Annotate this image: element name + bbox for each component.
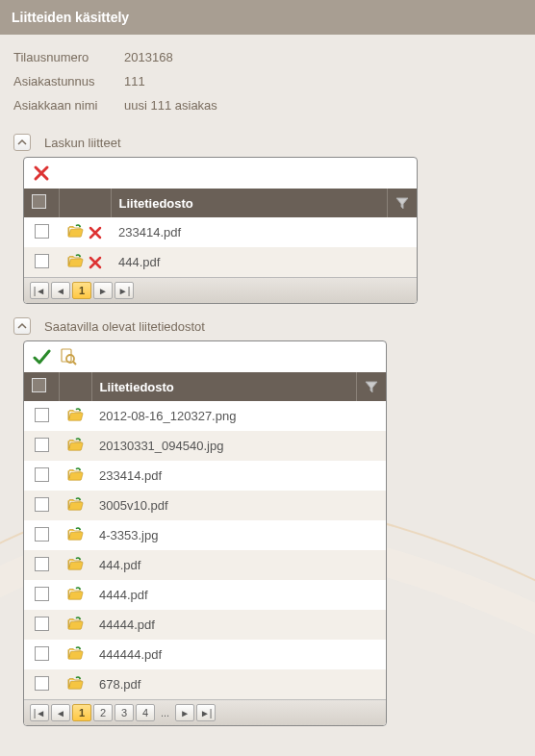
table-row: 4-3353.jpg [24,520,386,550]
pager-next-button[interactable]: ► [93,282,113,299]
folder-open-icon [66,407,84,422]
filter-icon[interactable] [365,380,378,393]
open-row-button[interactable] [66,223,84,241]
checkbox-row[interactable] [35,617,49,631]
checkbox-select-all[interactable] [32,378,46,392]
customer-name-label: Asiakkaan nimi [13,98,124,113]
open-row-button[interactable] [66,253,84,271]
table-row: 233414.pdf [24,461,386,491]
pager-last-button[interactable]: ►| [115,282,134,299]
chevron-up-icon [17,138,27,147]
checkbox-row[interactable] [35,646,49,661]
pager-first-button[interactable]: |◄ [30,704,49,721]
open-row-button[interactable] [66,411,84,425]
checkbox-row[interactable] [35,527,49,542]
folder-open-icon [66,556,84,571]
file-name: 444.pdf [118,255,160,269]
file-name: 4444.pdf [99,588,148,602]
pager-next-button[interactable]: ► [175,704,194,721]
grid-available-attachments: Liitetiedosto 2012-08-16_120327.png20130… [24,372,386,699]
table-row: 444.pdf [24,550,386,580]
checkbox-row[interactable] [35,497,49,512]
checkbox-row[interactable] [35,467,49,482]
file-name: 20130331_094540.jpg [99,439,223,453]
pager-ellipsis: ... [157,707,173,718]
close-icon [88,255,103,270]
table-row: 233414.pdf [24,217,417,247]
collapse-button-available-attachments[interactable] [13,317,31,335]
open-row-button[interactable] [66,619,84,634]
delete-row-button[interactable] [88,225,103,240]
pager-prev-button[interactable]: ◄ [51,282,70,299]
delete-row-button[interactable] [88,255,103,270]
panel-available-attachments: Liitetiedosto 2012-08-16_120327.png20130… [23,340,387,726]
pager-page-button[interactable]: 3 [115,704,134,721]
file-name: 233414.pdf [99,468,162,483]
folder-open-icon [66,526,84,542]
column-header-file: Liitetiedosto [119,196,193,211]
pager-page-button[interactable]: 1 [72,704,91,721]
checkbox-row[interactable] [35,557,49,571]
folder-open-icon [66,675,84,691]
checkbox-row[interactable] [35,676,49,691]
table-row: 4444.pdf [24,580,386,610]
magnifier-page-icon [59,347,78,366]
page-title: Liitteiden käsittely [12,10,129,25]
folder-open-icon [66,253,84,268]
file-name: 44444.pdf [99,617,155,632]
checkbox-select-all[interactable] [32,194,46,209]
chevron-up-icon [17,321,27,331]
file-name: 444.pdf [99,558,140,572]
folder-open-icon [66,223,84,239]
pager-last-button[interactable]: ►| [196,704,216,721]
pager-page-button[interactable]: 2 [93,704,113,721]
open-row-button[interactable] [66,500,84,515]
folder-open-icon [66,586,84,601]
open-row-button[interactable] [66,679,84,693]
collapse-button-invoice-attachments[interactable] [13,134,31,151]
delete-selected-button[interactable] [32,164,51,183]
pager-page-button[interactable]: 4 [136,704,155,721]
section-title-available-attachments: Saatavilla olevat liitetiedostot [44,319,205,334]
open-row-button[interactable] [66,470,84,485]
close-icon [32,164,51,183]
folder-open-icon [66,496,84,512]
table-row: 444.pdf [24,247,417,277]
folder-open-icon [66,645,84,661]
file-name: 2012-08-16_120327.png [99,409,236,423]
section-title-invoice-attachments: Laskun liitteet [44,136,121,150]
checkbox-row[interactable] [35,587,49,601]
open-row-button[interactable] [66,590,84,604]
open-row-button[interactable] [66,530,84,544]
file-name: 678.pdf [99,677,140,692]
check-icon [32,347,51,366]
table-row: 678.pdf [24,669,386,699]
file-name: 233414.pdf [118,225,181,239]
info-block: Tilausnumero 2013168 Asiakastunnus 111 A… [0,35,535,126]
page-header: Liitteiden käsittely [0,0,535,35]
checkbox-row[interactable] [35,254,49,268]
order-number-label: Tilausnumero [13,50,124,64]
table-row: 444444.pdf [24,640,386,669]
pager-prev-button[interactable]: ◄ [51,704,70,721]
customer-id-label: Asiakastunnus [13,74,124,88]
table-row: 3005v10.pdf [24,491,386,520]
checkbox-row[interactable] [35,408,49,422]
customer-name-value: uusi 111 asiakas [124,98,217,113]
folder-open-icon [66,616,84,631]
open-row-button[interactable] [66,649,84,664]
file-name: 3005v10.pdf [99,498,168,513]
pager-first-button[interactable]: |◄ [30,282,49,299]
checkbox-row[interactable] [35,438,49,452]
column-header-file: Liitetiedosto [100,380,174,394]
open-row-button[interactable] [66,560,84,574]
preview-button[interactable] [59,347,78,366]
accept-selected-button[interactable] [32,347,51,366]
checkbox-row[interactable] [35,224,49,239]
pager-page-button[interactable]: 1 [72,282,91,299]
pager-available-attachments: |◄◄1234...►►| [24,699,386,725]
table-row: 20130331_094540.jpg [24,431,386,461]
open-row-button[interactable] [66,441,84,455]
filter-icon[interactable] [395,196,409,210]
order-number-value: 2013168 [124,50,173,64]
